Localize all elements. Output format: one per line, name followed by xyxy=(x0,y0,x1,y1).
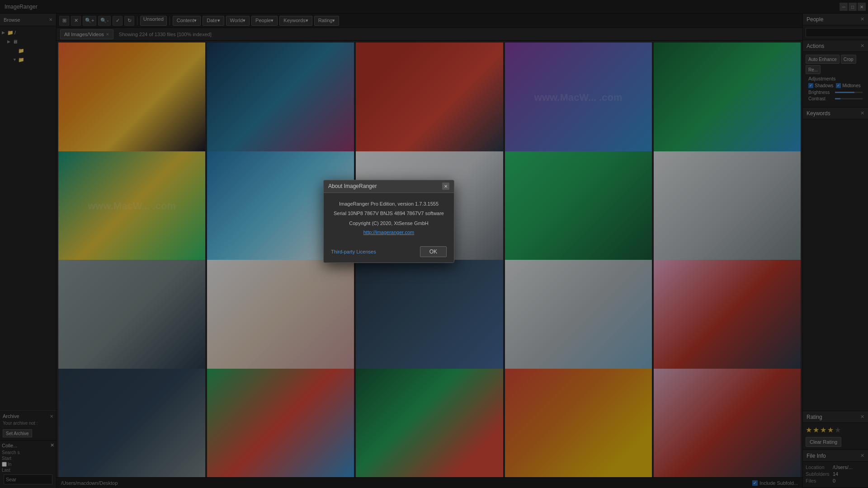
modal-line3: Copyright (C) 2020, XtSense GmbH xyxy=(331,220,447,228)
modal-titlebar: About ImageRanger ✕ xyxy=(324,180,454,193)
modal-ok-button[interactable]: OK xyxy=(420,246,447,257)
modal-title: About ImageRanger xyxy=(328,183,442,189)
third-party-link[interactable]: Third-party Licenses xyxy=(331,249,376,254)
modal-close-button[interactable]: ✕ xyxy=(442,183,449,190)
modal-line2: Serial 10NP8 7867V BNJS 4894 7867V7 soft… xyxy=(331,210,447,218)
modal-footer: Third-party Licenses OK xyxy=(324,243,454,263)
modal-line1: ImageRanger Pro Edition, version 1.7.3.1… xyxy=(331,200,447,208)
about-modal: About ImageRanger ✕ ImageRanger Pro Edit… xyxy=(323,180,454,263)
modal-body: ImageRanger Pro Edition, version 1.7.3.1… xyxy=(324,193,454,243)
modal-link[interactable]: http://imageranger.com xyxy=(363,230,415,235)
modal-overlay: About ImageRanger ✕ ImageRanger Pro Edit… xyxy=(0,0,868,488)
